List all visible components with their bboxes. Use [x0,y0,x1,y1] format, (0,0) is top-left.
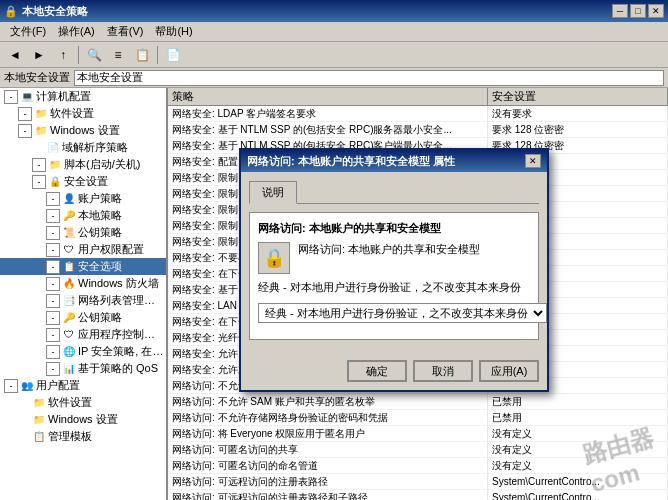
list-row-23[interactable]: 网络访问: 可远程访问的注册表路径 System\CurrentContro..… [168,474,668,490]
tree-expand-12[interactable]: - [46,294,60,308]
cell-value-20: 没有定义 [488,426,668,441]
tree-item-3[interactable]: 📄域解析序策略 [0,139,166,156]
tree-expand-9[interactable]: - [46,243,60,257]
modal-tabs: 说明 [249,180,539,204]
tree-expand-17[interactable]: - [4,379,18,393]
cell-name-0: 网络安全: LDAP 客户端签名要求 [168,106,488,121]
list-row-21[interactable]: 网络访问: 可匿名访问的共享 没有定义 [168,442,668,458]
cancel-button[interactable]: 取消 [413,360,473,382]
tree-expand-16[interactable]: - [46,362,60,376]
list-row-19[interactable]: 网络访问: 不允许存储网络身份验证的密码和凭据 已禁用 [168,410,668,426]
tree-item-17[interactable]: -👥用户配置 [0,377,166,394]
tree-expand-7[interactable]: - [46,209,60,223]
tree-label-12: 网络列表管理策略 [78,293,164,308]
modal-section-title: 网络访问: 本地账户的共享和安全模型 [258,221,530,236]
tree-label-20: 管理模板 [48,429,92,444]
menu-file[interactable]: 文件(F) [4,22,52,41]
address-bar: 本地安全设置 [0,68,668,88]
new-button[interactable]: 📄 [162,44,184,66]
forward-button[interactable]: ► [28,44,50,66]
tree-icon-20: 📋 [32,430,46,444]
cell-value-1: 要求 128 位密密 [488,122,668,137]
title-bar-controls: ─ □ ✕ [612,4,664,18]
modal-note-text: 经典 - 对本地用户进行身份验证，之不改变其本来身份 [258,280,530,295]
tree-expand-8[interactable]: - [46,226,60,240]
tree-item-20[interactable]: 📋管理模板 [0,428,166,445]
list-row-0[interactable]: 网络安全: LDAP 客户端签名要求 没有要求 [168,106,668,122]
tree-item-7[interactable]: -🔑本地策略 [0,207,166,224]
app-icon: 🔒 [4,5,18,18]
search-button[interactable]: 🔍 [83,44,105,66]
tree-item-18[interactable]: 📁软件设置 [0,394,166,411]
maximize-button[interactable]: □ [630,4,646,18]
address-input[interactable] [74,70,664,86]
tree-icon-15: 🌐 [62,345,76,359]
list-row-20[interactable]: 网络访问: 将 Everyone 权限应用于匿名用户 没有定义 [168,426,668,442]
ok-button[interactable]: 确定 [347,360,407,382]
cell-value-19: 已禁用 [488,410,668,425]
tree-item-5[interactable]: -🔒安全设置 [0,173,166,190]
list-button[interactable]: ≡ [107,44,129,66]
tree-item-6[interactable]: -👤账户策略 [0,190,166,207]
modal-tab-description[interactable]: 说明 [249,181,297,204]
menu-view[interactable]: 查看(V) [101,22,150,41]
tree-item-13[interactable]: -🔑公钥策略 [0,309,166,326]
up-button[interactable]: ↑ [52,44,74,66]
tree-item-8[interactable]: -📜公钥策略 [0,224,166,241]
tree-item-19[interactable]: 📁Windows 设置 [0,411,166,428]
list-row-24[interactable]: 网络访问: 可远程访问的注册表路径和子路径 System\CurrentCont… [168,490,668,500]
apply-button[interactable]: 应用(A) [479,360,539,382]
list-row-18[interactable]: 网络访问: 不允许 SAM 账户和共享的匿名枚举 已禁用 [168,394,668,410]
menu-bar: 文件(F) 操作(A) 查看(V) 帮助(H) [0,22,668,42]
tree-label-1: 软件设置 [50,106,94,121]
tree-expand-13[interactable]: - [46,311,60,325]
tree-label-16: 基于策略的 QoS [78,361,158,376]
back-button[interactable]: ◄ [4,44,26,66]
tree-icon-3: 📄 [46,141,60,155]
menu-action[interactable]: 操作(A) [52,22,101,41]
tree-expand-4[interactable]: - [32,158,46,172]
tree-icon-17: 👥 [20,379,34,393]
tree-item-2[interactable]: -📁Windows 设置 [0,122,166,139]
properties-button[interactable]: 📋 [131,44,153,66]
close-button[interactable]: ✕ [648,4,664,18]
cell-name-20: 网络访问: 将 Everyone 权限应用于匿名用户 [168,426,488,441]
list-row-1[interactable]: 网络安全: 基于 NTLM SSP 的(包括安全 RPC)服务器最小安全... … [168,122,668,138]
column-header-value[interactable]: 安全设置 [488,88,668,105]
tree-expand-11[interactable]: - [46,277,60,291]
tree-item-12[interactable]: -📑网络列表管理策略 [0,292,166,309]
tree-expand-10[interactable]: - [46,260,60,274]
cell-name-18: 网络访问: 不允许 SAM 账户和共享的匿名枚举 [168,394,488,409]
tree-item-16[interactable]: -📊基于策略的 QoS [0,360,166,377]
minimize-button[interactable]: ─ [612,4,628,18]
tree-item-9[interactable]: -🛡用户权限配置 [0,241,166,258]
modal-dropdown[interactable]: 经典 - 对本地用户进行身份验证，之不改变其本来身份 [258,303,547,323]
tree-item-15[interactable]: -🌐IP 安全策略, 在本地机 [0,343,166,360]
tree-expand-1[interactable]: - [18,107,32,121]
column-header-name[interactable]: 策略 [168,88,488,105]
tree-item-1[interactable]: -📁软件设置 [0,105,166,122]
tree-expand-14[interactable]: - [46,328,60,342]
tree-item-10[interactable]: -📋安全选项 [0,258,166,275]
cell-name-23: 网络访问: 可远程访问的注册表路径 [168,474,488,489]
tree-label-11: Windows 防火墙 [78,276,159,291]
cell-name-1: 网络安全: 基于 NTLM SSP 的(包括安全 RPC)服务器最小安全... [168,122,488,137]
tree-icon-7: 🔑 [62,209,76,223]
tree-panel: -💻计算机配置-📁软件设置-📁Windows 设置📄域解析序策略-📁脚本(启动/… [0,88,168,500]
tree-expand-6[interactable]: - [46,192,60,206]
tree-icon-0: 💻 [20,90,34,104]
app-title: 本地安全策略 [22,4,88,19]
tree-expand-0[interactable]: - [4,90,18,104]
tree-expand-5[interactable]: - [32,175,46,189]
tree-expand-15[interactable]: - [46,345,60,359]
tree-item-14[interactable]: -🛡应用程序控制策略 [0,326,166,343]
list-row-22[interactable]: 网络访问: 可匿名访问的命名管道 没有定义 [168,458,668,474]
tree-item-4[interactable]: -📁脚本(启动/关机) [0,156,166,173]
tree-icon-4: 📁 [48,158,62,172]
tree-expand-2[interactable]: - [18,124,32,138]
tree-label-15: IP 安全策略, 在本地机 [78,344,164,359]
modal-close-button[interactable]: ✕ [525,154,541,168]
tree-item-11[interactable]: -🔥Windows 防火墙 [0,275,166,292]
menu-help[interactable]: 帮助(H) [149,22,198,41]
tree-item-0[interactable]: -💻计算机配置 [0,88,166,105]
